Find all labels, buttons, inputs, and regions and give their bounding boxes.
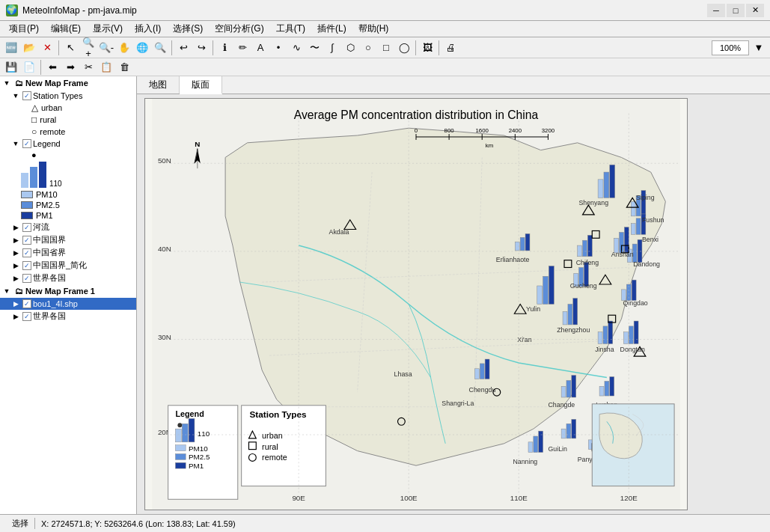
nav-fwd-button[interactable]: ➡ (62, 59, 79, 76)
world2-checkbox[interactable] (22, 312, 31, 321)
menu-plugins[interactable]: 插件(L) (311, 21, 352, 37)
undo-button[interactable]: ↩ (175, 40, 192, 56)
bou-expand-icon[interactable]: ▶ (10, 299, 21, 309)
legend-layer-item[interactable]: ▼ Legend (0, 138, 136, 150)
china-border2-checkbox[interactable] (22, 261, 31, 270)
legend-layer-checkbox[interactable] (22, 139, 31, 148)
world-expand-icon[interactable]: ▶ (10, 273, 21, 284)
frame1-item[interactable]: ▼ 🗂 New Map Frame (0, 76, 136, 90)
urban-label: urban (41, 103, 62, 112)
image-button[interactable]: 🖼 (419, 40, 436, 56)
print-button[interactable]: 🖨 (442, 40, 459, 56)
bou-item[interactable]: ▶ bou1_4l.shp (0, 298, 136, 310)
map-canvas[interactable]: Akdala Shenyang Siping Fushun Benxi Dand… (137, 94, 770, 514)
search-button[interactable]: 🔍 (152, 40, 168, 56)
open-button[interactable]: 📂 (21, 40, 37, 56)
draw-button[interactable]: ✏ (234, 40, 251, 56)
rivers-expand-icon[interactable]: ▶ (10, 222, 21, 233)
save2-button[interactable]: 📄 (21, 59, 37, 76)
china-border-expand-icon[interactable]: ▶ (10, 235, 21, 245)
menu-view[interactable]: 显示(V) (87, 21, 129, 37)
ellipse-button[interactable]: ○ (360, 40, 376, 56)
zoom-in-button[interactable]: 🔍+ (80, 40, 97, 56)
redo-button[interactable]: ↪ (193, 40, 210, 56)
nav-back-button[interactable]: ⬅ (44, 59, 61, 76)
menu-project[interactable]: 项目(P) (3, 21, 45, 37)
pm25-item[interactable]: PM2.5 (0, 200, 136, 210)
svg-rect-57 (528, 442, 533, 453)
svg-rect-44 (634, 321, 638, 343)
circle-button[interactable]: ◯ (396, 40, 412, 56)
label-button[interactable]: A (252, 40, 269, 56)
zoom-dropdown-button[interactable]: ▼ (751, 40, 767, 56)
rural-item[interactable]: □ rural (0, 114, 136, 126)
nav-del-button[interactable]: 🗑 (116, 59, 132, 76)
world2-expand-icon[interactable]: ▶ (10, 311, 21, 322)
svg-rect-25 (583, 240, 587, 257)
world-checkbox[interactable] (22, 274, 31, 283)
layer-panel: ▼ 🗂 New Map Frame ▼ Station Types △ urba… (0, 76, 137, 514)
close-button[interactable]: ✕ (746, 4, 764, 17)
menu-select[interactable]: 选择(S) (167, 21, 209, 37)
poly-button[interactable]: ⬡ (342, 40, 358, 56)
rect-button[interactable]: □ (378, 40, 394, 56)
tab-map[interactable]: 地图 (137, 76, 180, 94)
china-province-expand-icon[interactable]: ▶ (10, 248, 21, 258)
svg-rect-53 (610, 377, 614, 396)
maximize-button[interactable]: □ (727, 4, 745, 17)
svg-rect-12 (631, 224, 635, 235)
menu-insert[interactable]: 插入(I) (129, 21, 167, 37)
station-types-checkbox[interactable] (22, 91, 31, 100)
dot-button[interactable]: • (270, 40, 287, 56)
window-controls[interactable]: ─ □ ✕ (707, 4, 764, 17)
svg-text:N: N (195, 140, 200, 148)
urban-item[interactable]: △ urban (0, 102, 136, 114)
pm1-item[interactable]: PM1 (0, 210, 136, 221)
select-button[interactable]: ↖ (62, 40, 79, 56)
pm10-item[interactable]: PM10 (0, 189, 136, 200)
line-button[interactable]: ∿ (288, 40, 305, 56)
station-types-item[interactable]: ▼ Station Types (0, 90, 136, 102)
china-border2-item[interactable]: ▶ 中国国界_简化 (0, 259, 136, 272)
svg-text:PM1: PM1 (189, 462, 204, 470)
svg-text:Legend: Legend (175, 409, 204, 418)
globe-button[interactable]: 🌐 (134, 40, 150, 56)
nav-cut-button[interactable]: ✂ (80, 59, 97, 76)
menu-edit[interactable]: 编辑(E) (45, 21, 87, 37)
china-border2-expand-icon[interactable]: ▶ (10, 260, 21, 271)
minimize-button[interactable]: ─ (707, 4, 725, 17)
menu-tools[interactable]: 工具(T) (270, 21, 311, 37)
legend-dot-item[interactable]: ● (0, 150, 136, 160)
zoom-out-button[interactable]: 🔍- (98, 40, 114, 56)
remote-item[interactable]: ○ remote (0, 126, 136, 138)
frame1-expand-icon[interactable]: ▼ (1, 78, 12, 88)
china-province-item[interactable]: ▶ 中国省界 (0, 246, 136, 259)
svg-text:50N: 50N (158, 156, 171, 165)
svg-rect-43 (629, 326, 633, 344)
china-border-checkbox[interactable] (22, 236, 31, 245)
rivers-item[interactable]: ▶ 河流 (0, 221, 136, 233)
rivers-checkbox[interactable] (22, 223, 31, 232)
pan-button[interactable]: ✋ (116, 40, 132, 56)
menu-help[interactable]: 帮助(H) (352, 21, 395, 37)
map-svg-container[interactable]: Akdala Shenyang Siping Fushun Benxi Dand… (144, 98, 688, 510)
tab-layout[interactable]: 版面 (180, 76, 222, 94)
china-border-item[interactable]: ▶ 中国国界 (0, 233, 136, 246)
bou-checkbox[interactable] (22, 299, 31, 308)
curve-button[interactable]: ∫ (324, 40, 340, 56)
frame2-expand-icon[interactable]: ▼ (1, 286, 12, 296)
station-types-expand-icon[interactable]: ▼ (10, 91, 21, 101)
new-button[interactable]: 🆕 (3, 40, 19, 56)
wave-button[interactable]: 〜 (306, 40, 323, 56)
nav-copy-button[interactable]: 📋 (98, 59, 114, 76)
info-button[interactable]: ℹ (216, 40, 233, 56)
menu-spatial[interactable]: 空间分析(G) (209, 21, 269, 37)
world-item[interactable]: ▶ 世界各国 (0, 272, 136, 284)
world2-item[interactable]: ▶ 世界各国 (0, 310, 136, 322)
close-doc-button[interactable]: ✕ (39, 40, 55, 56)
legend-layer-expand-icon[interactable]: ▼ (10, 138, 21, 149)
frame2-item[interactable]: ▼ 🗂 New Map Frame 1 (0, 284, 136, 298)
china-province-checkbox[interactable] (22, 248, 31, 257)
save-quick-button[interactable]: 💾 (3, 59, 19, 76)
zoom-level-input[interactable] (712, 40, 749, 55)
